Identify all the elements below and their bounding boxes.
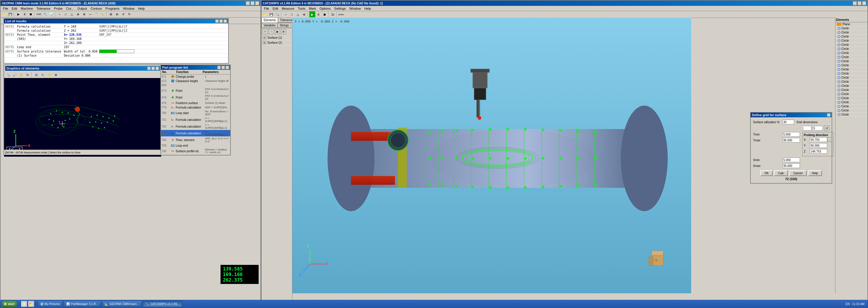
smax-input[interactable] bbox=[782, 163, 800, 168]
cat-maximize-button[interactable]: □ bbox=[858, 1, 862, 5]
prog-row-478[interactable]: 478 Freeform surface Surface (1) Mean bbox=[161, 101, 230, 105]
minimize-button[interactable]: _ bbox=[246, 1, 250, 5]
prog-row-785[interactable]: 785 Loop end bbox=[161, 144, 230, 148]
toolbar-btn-20[interactable]: ↻ bbox=[126, 11, 132, 17]
right-element-circle-15[interactable]: Circle bbox=[835, 84, 867, 88]
toolbar-btn-4[interactable]: ⏸ bbox=[22, 11, 28, 17]
right-element-circle-9[interactable]: Circle bbox=[835, 59, 867, 63]
cat-menu-measure[interactable]: Measure bbox=[280, 6, 296, 10]
toolbar-btn-18[interactable]: ⊟ bbox=[114, 11, 120, 17]
start-button[interactable]: ⊞ start bbox=[1, 301, 17, 307]
smin-input[interactable] bbox=[782, 157, 800, 162]
grid-refresh-btn[interactable]: ↺ bbox=[824, 126, 829, 131]
right-element-circle-22[interactable]: Circle bbox=[835, 113, 867, 117]
cat-menu-settings[interactable]: Settings bbox=[333, 6, 348, 10]
g-select[interactable]: ↖ bbox=[40, 72, 46, 78]
probe-x-btn[interactable]: … bbox=[827, 137, 832, 142]
toolbar-btn-12[interactable]: ⊕ bbox=[75, 11, 81, 17]
close-button[interactable]: × bbox=[255, 1, 259, 5]
graphics-minimize[interactable]: _ bbox=[147, 67, 151, 70]
right-element-circle-18[interactable]: Circle bbox=[835, 96, 867, 100]
right-element-circle-10[interactable]: Circle bbox=[835, 63, 867, 67]
cat-menu-tools[interactable]: Tools bbox=[296, 6, 307, 10]
taskbar-item-geopak[interactable]: 📐 GEOPAK CMM learn... bbox=[102, 301, 142, 307]
toolbar-btn-9[interactable]: ○ bbox=[57, 11, 62, 17]
cat-tb-11[interactable]: 1x bbox=[330, 11, 336, 17]
prog-row-473[interactable]: 473 Point PNT X=0 MANUALY (1) bbox=[161, 87, 230, 94]
menu-machine[interactable]: Machine bbox=[19, 6, 35, 10]
viewport-3d[interactable]: tass X Y Z X = 0.000 Y = -0.000 Z = -0.0… bbox=[292, 18, 691, 293]
right-element-circle-3[interactable]: Circle bbox=[835, 35, 867, 39]
prog-row-846[interactable]: 846 bbox=[161, 83, 230, 87]
cat-tb-10[interactable]: ⏹ bbox=[322, 11, 328, 17]
toolbar-btn-16[interactable]: 📐 bbox=[100, 11, 105, 17]
right-element-plane[interactable]: Plane bbox=[835, 22, 867, 26]
toolbar-btn-17[interactable]: ⊞ bbox=[108, 11, 114, 17]
taskbar-item-cat1000[interactable]: 🔧 CAT1000PS v3.1.R6... bbox=[143, 301, 182, 307]
maximize-button[interactable]: □ bbox=[250, 1, 254, 5]
right-element-circle-14[interactable]: Circle bbox=[835, 80, 867, 84]
cancel-button[interactable]: Cancel bbox=[789, 171, 806, 176]
results-minimize[interactable]: _ bbox=[215, 19, 219, 23]
right-element-circle-16[interactable]: Circle bbox=[835, 88, 867, 92]
prog-row-780[interactable]: 780 Loop start No. of executions = NDP bbox=[161, 110, 230, 117]
menu-help[interactable]: Help bbox=[136, 6, 147, 10]
cat-tb-5[interactable]: □ bbox=[289, 11, 295, 17]
menu-contour[interactable]: Contour bbox=[89, 6, 104, 10]
probe-z-input[interactable] bbox=[810, 149, 827, 154]
menu-file[interactable]: File bbox=[1, 6, 10, 10]
cat-tb-1[interactable]: 📁 bbox=[262, 11, 268, 17]
cat-tb-zoom[interactable]: zoom bbox=[338, 11, 344, 17]
menu-output[interactable]: Output bbox=[76, 6, 89, 10]
tmax-input[interactable] bbox=[782, 138, 800, 143]
prog-row-784[interactable]: 784 Theo. element SRP_&LC X=X Y=Y Z=Z bbox=[161, 137, 230, 144]
g-fit[interactable]: ⊡ bbox=[33, 72, 39, 78]
toolbar-btn-11[interactable]: △ bbox=[69, 11, 75, 17]
prog-row-476[interactable]: 476 Point PNT X=0 MANUALY (2) bbox=[161, 94, 230, 101]
prog-row-783[interactable]: 783 f= Formula calculation Z = SURF[1]MP… bbox=[161, 130, 230, 137]
cat-tb-3[interactable]: 🔍 bbox=[275, 11, 280, 17]
prog-row-472[interactable]: 472 Clearance height Clearance height of… bbox=[161, 79, 230, 83]
toolbar-btn-7[interactable]: 🔧 bbox=[42, 11, 48, 17]
tab-elements[interactable]: Elements bbox=[261, 18, 278, 23]
tmin-input[interactable] bbox=[782, 132, 800, 137]
right-element-circle-21[interactable]: Circle bbox=[835, 109, 867, 113]
tab-variables[interactable]: Variables bbox=[261, 23, 278, 28]
right-element-circle-8[interactable]: Circle bbox=[835, 55, 867, 59]
tab-strings[interactable]: Strings bbox=[278, 23, 291, 28]
toolbar-btn-10[interactable]: □ bbox=[63, 11, 69, 17]
prog-row-782[interactable]: 782 f= Formula calculation Y = SURF[1]MP… bbox=[161, 123, 230, 130]
cat-menu-options[interactable]: Options bbox=[318, 6, 333, 10]
menu-cor[interactable]: Cor... bbox=[64, 6, 75, 10]
prog-close[interactable]: × bbox=[225, 66, 229, 69]
taskbar-item-partmanager[interactable]: 📊 PartManager 3.1.R... bbox=[64, 301, 101, 307]
toolbar-btn-19[interactable]: ↺ bbox=[120, 11, 126, 17]
prog-minimize[interactable]: _ bbox=[217, 66, 221, 69]
graphics-close[interactable]: × bbox=[155, 67, 159, 70]
right-element-circle-1[interactable]: Circle bbox=[835, 26, 867, 31]
g-zoom-in[interactable]: 🔍 bbox=[5, 72, 11, 78]
prog-row-786[interactable]: 786 Surface profile tol. Element = Surfa… bbox=[161, 148, 230, 153]
right-element-circle-2[interactable]: Circle bbox=[835, 31, 867, 35]
right-element-circle-19[interactable]: Circle bbox=[835, 100, 867, 104]
graphics-maximize[interactable]: □ bbox=[151, 67, 155, 70]
g-settings[interactable]: ⚙ bbox=[53, 72, 59, 78]
taskbar-item-mypictures[interactable]: 🖼 My Pictures bbox=[38, 301, 62, 307]
right-element-circle-6[interactable]: Circle bbox=[835, 47, 867, 51]
elem-btn-2[interactable]: − bbox=[269, 29, 274, 34]
menu-edit[interactable]: Edit bbox=[10, 6, 19, 10]
cat-menu-edit[interactable]: Edit bbox=[271, 6, 280, 10]
right-element-circle-12[interactable]: Circle bbox=[835, 71, 867, 76]
cat-menu-window[interactable]: Window bbox=[347, 6, 363, 10]
cat-menu-file[interactable]: File bbox=[262, 6, 271, 10]
g-zoom-out[interactable]: 🔎 bbox=[12, 72, 18, 78]
toolbar-btn-15[interactable]: ⌒ bbox=[94, 11, 99, 17]
menu-probe[interactable]: Probe bbox=[52, 6, 64, 10]
g-pan[interactable]: ✋ bbox=[18, 72, 24, 78]
surface-util-input[interactable] bbox=[782, 120, 794, 124]
cat-tb-4[interactable]: ○ bbox=[283, 11, 288, 17]
right-element-circle-7[interactable]: Circle bbox=[835, 51, 867, 55]
prog-row-781[interactable]: 781 f= Formula calculation X = SURF[1]MP… bbox=[161, 117, 230, 123]
toolbar-btn-2[interactable]: 💾 bbox=[7, 11, 13, 17]
calc-button[interactable]: Calc bbox=[774, 171, 788, 176]
